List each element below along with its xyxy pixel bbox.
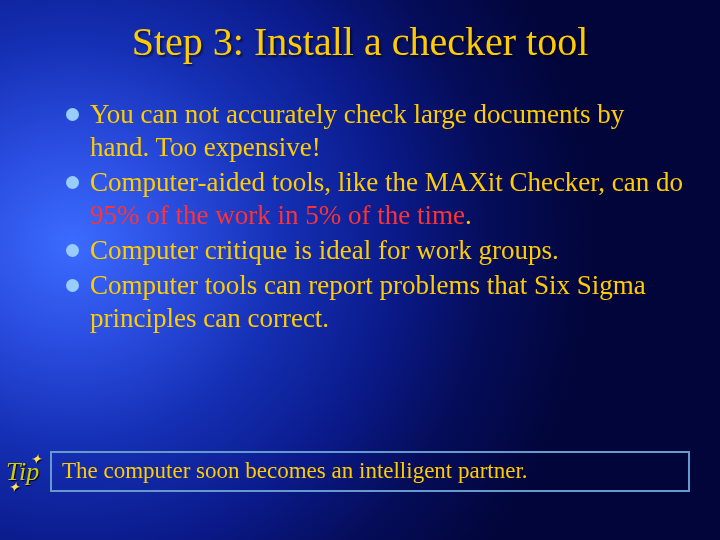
bullet-item: Computer critique is ideal for work grou… [62,234,690,267]
bullet-text-pre: Computer-aided tools, like the MAXit Che… [90,167,683,197]
sparkle-icon: ✦ [8,479,20,496]
tip-box: The computer soon becomes an intelligent… [50,451,690,492]
slide-title: Step 3: Install a checker tool [0,18,720,65]
slide-body: You can not accurately check large docum… [62,98,690,337]
tip-row: Tip ✦ ✦ The computer soon becomes an int… [6,451,690,492]
tip-text: The computer soon becomes an intelligent… [62,458,528,483]
bullet-item: You can not accurately check large docum… [62,98,690,164]
sparkle-icon: ✦ [30,451,42,468]
bullet-text: You can not accurately check large docum… [90,99,624,162]
bullet-list: You can not accurately check large docum… [62,98,690,335]
bullet-item: Computer-aided tools, like the MAXit Che… [62,166,690,232]
bullet-text-emph: 95% of the work in 5% of the time [90,200,465,230]
tip-icon: Tip ✦ ✦ [6,457,50,487]
bullet-text: Computer tools can report problems that … [90,270,646,333]
bullet-item: Computer tools can report problems that … [62,269,690,335]
slide: Step 3: Install a checker tool You can n… [0,0,720,540]
bullet-text: Computer critique is ideal for work grou… [90,235,559,265]
bullet-text-post: . [465,200,472,230]
